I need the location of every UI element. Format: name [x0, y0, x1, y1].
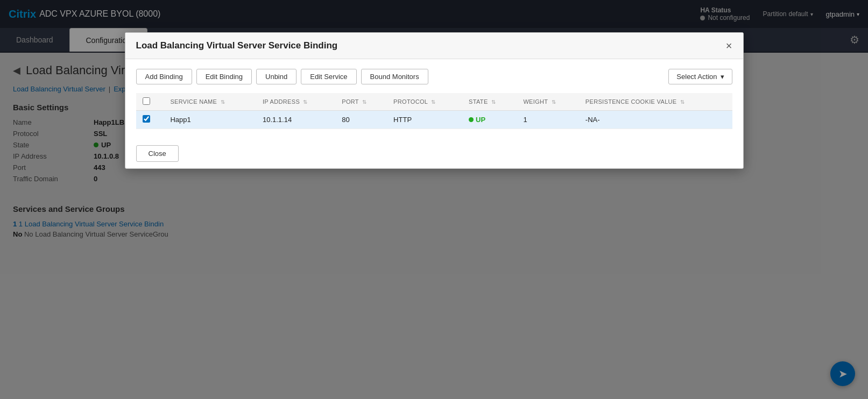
col-protocol[interactable]: PROTOCOL ⇅ — [387, 93, 462, 111]
service-binding-table: SERVICE NAME ⇅ IP ADDRESS ⇅ PORT ⇅ PRO — [136, 93, 732, 129]
row-persistence-cookie-value: -NA- — [579, 111, 732, 129]
col-checkbox — [136, 93, 164, 111]
row-checkbox[interactable] — [143, 115, 150, 123]
modal-footer: Close — [125, 139, 743, 168]
select-all-checkbox[interactable] — [143, 97, 150, 105]
row-protocol: HTTP — [387, 111, 462, 129]
close-modal-button[interactable]: Close — [136, 145, 179, 162]
col-ip-address[interactable]: IP ADDRESS ⇅ — [256, 93, 335, 111]
persistence-sort-icon: ⇅ — [680, 99, 684, 105]
edit-binding-button[interactable]: Edit Binding — [196, 69, 252, 84]
row-weight: 1 — [517, 111, 578, 129]
modal-overlay: Load Balancing Virtual Server Service Bi… — [0, 0, 868, 399]
row-state: UP — [462, 111, 517, 129]
bound-monitors-button[interactable]: Bound Monitors — [361, 69, 428, 84]
ip-address-sort-icon: ⇅ — [303, 99, 307, 105]
table-row[interactable]: Happ1 10.1.1.14 80 HTTP UP 1 -NA- — [136, 111, 732, 129]
service-name-sort-icon: ⇅ — [221, 99, 225, 105]
port-sort-icon: ⇅ — [362, 99, 366, 105]
edit-service-button[interactable]: Edit Service — [301, 69, 356, 84]
protocol-sort-icon: ⇅ — [431, 99, 435, 105]
modal-toolbar: Add Binding Edit Binding Unbind Edit Ser… — [136, 69, 732, 84]
select-action-chevron-icon: ▾ — [721, 73, 724, 81]
row-service-name: Happ1 — [164, 111, 256, 129]
modal-dialog: Load Balancing Virtual Server Service Bi… — [125, 32, 744, 169]
col-weight[interactable]: WEIGHT ⇅ — [517, 93, 578, 111]
col-persistence[interactable]: PERSISTENCE COOKIE VALUE ⇅ — [579, 93, 732, 111]
select-action-dropdown[interactable]: Select Action ▾ — [668, 69, 732, 84]
modal-body: Add Binding Edit Binding Unbind Edit Ser… — [125, 59, 743, 139]
modal-header: Load Balancing Virtual Server Service Bi… — [125, 33, 743, 59]
select-action-label: Select Action — [676, 73, 717, 81]
add-binding-button[interactable]: Add Binding — [136, 69, 192, 84]
col-port[interactable]: PORT ⇅ — [335, 93, 387, 111]
col-state[interactable]: STATE ⇅ — [462, 93, 517, 111]
state-sort-icon: ⇅ — [491, 99, 496, 105]
state-dot-green-icon — [469, 117, 474, 122]
modal-title: Load Balancing Virtual Server Service Bi… — [136, 40, 338, 51]
weight-sort-icon: ⇅ — [552, 99, 556, 105]
unbind-button[interactable]: Unbind — [256, 69, 297, 84]
row-port: 80 — [335, 111, 387, 129]
col-service-name[interactable]: SERVICE NAME ⇅ — [164, 93, 256, 111]
row-checkbox-cell — [136, 111, 164, 129]
modal-close-button[interactable]: × — [726, 40, 732, 51]
state-up-badge: UP — [469, 116, 510, 124]
table-header-row: SERVICE NAME ⇅ IP ADDRESS ⇅ PORT ⇅ PRO — [136, 93, 732, 111]
row-ip-address: 10.1.1.14 — [256, 111, 335, 129]
